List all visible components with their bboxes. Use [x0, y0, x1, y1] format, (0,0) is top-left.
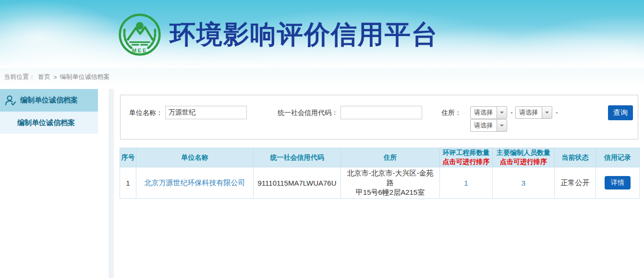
- credit-code-label: 统一社会信用代码：: [256, 106, 338, 119]
- chevron-down-icon[interactable]: [497, 107, 507, 118]
- mee-logo-icon: MEE: [118, 13, 162, 57]
- company-name-input[interactable]: [165, 106, 247, 119]
- detail-button[interactable]: 详情: [605, 176, 631, 190]
- breadcrumb-home-link[interactable]: 首页: [38, 73, 50, 81]
- engineer-count-link[interactable]: 1: [464, 179, 468, 187]
- cell-company: 北京万源世纪环保科技有限公司: [136, 167, 254, 199]
- chevron-down-icon[interactable]: [542, 107, 552, 118]
- header-credit-record: 信用记录: [596, 148, 640, 167]
- chevron-down-icon[interactable]: [497, 120, 507, 131]
- header-company: 单位名称: [136, 148, 254, 167]
- cell-credit-record: 详情: [596, 167, 640, 199]
- header-engineer-count-sortable[interactable]: 环评工程师数量 点击可进行排序: [440, 148, 493, 167]
- cell-address: 北京市-北京市-大兴区-金苑路 甲15号6幢2层A215室: [341, 167, 440, 199]
- site-banner: MEE 环境影响评价信用平台: [0, 0, 644, 68]
- breadcrumb-separator: >: [53, 74, 57, 81]
- credit-code-input[interactable]: [340, 106, 422, 119]
- header-staff-count-sortable[interactable]: 主要编制人员数量 点击可进行排序: [493, 148, 555, 167]
- sidebar-item-credit-archive[interactable]: 编制单位诚信档案: [0, 89, 98, 112]
- company-name-label: 单位名称：: [121, 106, 163, 119]
- header-status: 当前状态: [555, 148, 596, 167]
- address-dash-2: -: [556, 106, 558, 119]
- province-select[interactable]: 请选择: [470, 106, 507, 119]
- sidebar-subitem-credit-archive[interactable]: 编制单位诚信档案: [0, 112, 98, 134]
- sort-hint: 点击可进行排序: [494, 158, 553, 166]
- site-title: 环境影响评价信用平台: [170, 17, 438, 52]
- address-dash-1: -: [510, 106, 513, 119]
- header-address: 住所: [341, 148, 440, 167]
- result-table: 序号 单位名称 统一社会信用代码 住所 环评工程师数量 点击可进行排序 主要编制…: [120, 148, 640, 199]
- vertical-divider: [109, 89, 114, 278]
- sort-hint: 点击可进行排序: [441, 158, 491, 166]
- breadcrumb: 当前位置： 首页 > 编制单位诚信档案: [0, 68, 644, 86]
- cell-status: 正常公开: [555, 167, 596, 199]
- sidebar: 编制单位诚信档案 编制单位诚信档案: [0, 89, 98, 134]
- sidebar-item-label: 编制单位诚信档案: [20, 96, 78, 105]
- logo-text: MEE: [132, 48, 147, 53]
- user-check-icon: [5, 95, 16, 106]
- company-link[interactable]: 北京万源世纪环保科技有限公司: [145, 178, 245, 187]
- breadcrumb-prefix: 当前位置：: [4, 73, 35, 81]
- address-label: 住所：: [429, 106, 462, 119]
- cell-credit-code: 91110115MA7LWUA76U: [254, 167, 341, 199]
- content-area: 编制单位诚信档案 编制单位诚信档案 单位名称： 统一社会信用代码： 住所： 请选…: [0, 86, 644, 278]
- cell-staff-count: 3: [493, 167, 555, 199]
- header-credit-code: 统一社会信用代码: [254, 148, 341, 167]
- table-header-row: 序号 单位名称 统一社会信用代码 住所 环评工程师数量 点击可进行排序 主要编制…: [120, 148, 640, 167]
- sidebar-subitem-label: 编制单位诚信档案: [17, 118, 75, 127]
- cell-engineer-count: 1: [440, 167, 493, 199]
- staff-count-link[interactable]: 3: [522, 179, 525, 187]
- table-row: 1 北京万源世纪环保科技有限公司 91110115MA7LWUA76U 北京市-…: [120, 167, 640, 199]
- cell-index: 1: [120, 167, 136, 199]
- search-panel: 单位名称： 统一社会信用代码： 住所： 请选择 - 请选择 - 请选择 查询: [120, 95, 638, 139]
- header-index: 序号: [120, 148, 136, 167]
- district-select[interactable]: 请选择: [470, 119, 507, 132]
- breadcrumb-current: 编制单位诚信档案: [60, 73, 110, 81]
- query-button[interactable]: 查询: [608, 105, 633, 120]
- city-select[interactable]: 请选择: [515, 106, 552, 119]
